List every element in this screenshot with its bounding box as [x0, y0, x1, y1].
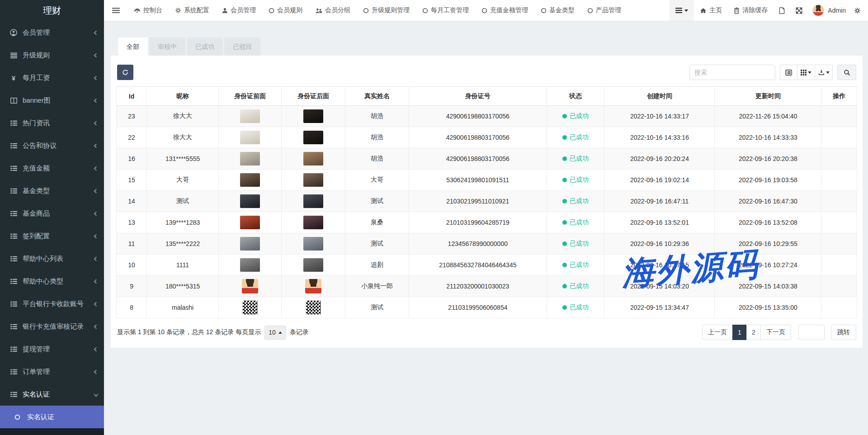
- tab-2[interactable]: 已成功: [187, 38, 223, 56]
- toggle-view-button[interactable]: [780, 65, 797, 80]
- tab-3[interactable]: 已驳回: [224, 38, 260, 56]
- list-icon: [9, 233, 18, 239]
- top-menu-item[interactable]: 系统配置: [169, 0, 216, 21]
- search-input[interactable]: [689, 65, 775, 80]
- sidebar-item-label: 银行卡充值审核记录: [23, 322, 94, 331]
- status-dot-icon: [562, 156, 567, 161]
- sidebar-item[interactable]: 签到配置: [0, 225, 104, 247]
- table-row: 9180****5315小泉纯一郎211203200001030023已成功20…: [117, 276, 857, 297]
- cell-nickname: 131****5555: [147, 148, 219, 170]
- list-icon: [9, 120, 18, 126]
- sidebar-item[interactable]: 银行卡充值审核记录: [0, 315, 104, 338]
- page-jump-input[interactable]: [798, 325, 825, 340]
- cell-actions: [821, 106, 857, 127]
- cell-status: 已成功: [547, 148, 604, 170]
- id-front-image[interactable]: [240, 109, 260, 123]
- cell-id: 10: [117, 255, 147, 276]
- export-dropdown-button[interactable]: [815, 65, 833, 80]
- sidebar-item[interactable]: 会员管理: [0, 21, 104, 44]
- id-front-image[interactable]: [242, 279, 258, 293]
- sidebar-submenu: 实名认证: [0, 406, 104, 435]
- id-front-image[interactable]: [240, 258, 260, 272]
- cell-actions: [821, 276, 857, 297]
- circle-icon: [541, 8, 547, 14]
- dashboard-icon: [134, 8, 141, 14]
- sidebar-item-label: 帮助中心类型: [23, 277, 94, 286]
- top-menu-item[interactable]: 会员分组: [309, 0, 357, 21]
- cell-status: 已成功: [547, 276, 604, 297]
- top-menu-item[interactable]: 每月工资管理: [416, 0, 475, 21]
- table-row: 8malashi测试21103199506060854已成功2022-09-15…: [117, 297, 857, 318]
- cell-id-number: 21103199506060854: [409, 297, 547, 318]
- menu-dropdown-button[interactable]: [670, 0, 694, 21]
- sidebar-item[interactable]: banner图: [0, 89, 104, 112]
- prev-page-button[interactable]: 上一页: [702, 325, 733, 340]
- sidebar-item[interactable]: 充值金额: [0, 157, 104, 180]
- gears-icon: [854, 7, 861, 14]
- home-link[interactable]: 主页: [694, 0, 728, 21]
- id-front-image[interactable]: [240, 152, 260, 165]
- table-row: 13139****1283泉桑210103199604285719已成功2022…: [117, 212, 857, 233]
- cell-real-name: 追剧: [345, 255, 409, 276]
- id-back-image[interactable]: [303, 131, 323, 144]
- sidebar-item[interactable]: 订单管理: [0, 360, 104, 383]
- id-back-image[interactable]: [306, 300, 321, 315]
- sidebar-item[interactable]: 帮助中心类型: [0, 270, 104, 293]
- status-dot-icon: [562, 199, 567, 203]
- cell-id: 15: [117, 170, 147, 191]
- top-menu-item[interactable]: 产品管理: [581, 0, 627, 21]
- id-front-image[interactable]: [240, 131, 260, 144]
- sidebar-item[interactable]: 帮助中心列表: [0, 247, 104, 270]
- id-front-image[interactable]: [240, 194, 260, 208]
- top-menu-item[interactable]: 会员管理: [216, 0, 262, 21]
- list-icon: [9, 369, 18, 375]
- page-number-button[interactable]: 2: [746, 325, 761, 340]
- refresh-button[interactable]: [117, 65, 133, 80]
- page-number-button[interactable]: 1: [732, 325, 747, 340]
- id-back-image[interactable]: [303, 173, 323, 187]
- top-menu-item[interactable]: 基金类型: [534, 0, 581, 21]
- page-size-select[interactable]: 10: [264, 326, 286, 340]
- sidebar-item[interactable]: 基金商品: [0, 202, 104, 225]
- status-dot-icon: [562, 220, 567, 225]
- next-page-button[interactable]: 下一页: [760, 325, 791, 340]
- id-back-image[interactable]: [303, 237, 323, 251]
- top-menu-item[interactable]: 会员规则: [262, 0, 309, 21]
- settings-button[interactable]: [850, 0, 868, 21]
- clear-cache-link[interactable]: 清除缓存: [728, 0, 774, 21]
- sidebar-item[interactable]: 提现管理: [0, 338, 104, 360]
- id-back-image[interactable]: [303, 152, 323, 165]
- fullscreen-button[interactable]: [790, 0, 808, 21]
- id-back-image[interactable]: [303, 216, 323, 229]
- jump-button[interactable]: 跳转: [831, 325, 856, 340]
- id-back-image[interactable]: [305, 279, 321, 293]
- sidebar-item[interactable]: 热门资讯: [0, 112, 104, 134]
- id-front-image[interactable]: [240, 216, 260, 229]
- sidebar-item[interactable]: 公告和协议: [0, 134, 104, 157]
- user-menu[interactable]: Admin: [808, 0, 850, 21]
- sidebar-toggle-button[interactable]: [104, 0, 127, 21]
- sidebar-item-label: 基金类型: [23, 187, 94, 195]
- refresh-page-button[interactable]: [774, 0, 790, 21]
- id-front-image[interactable]: [242, 300, 258, 315]
- chevron-left-icon: [94, 324, 99, 329]
- sidebar-item[interactable]: ¥每月工资: [0, 66, 104, 89]
- sidebar-item[interactable]: 实名认证: [0, 383, 104, 406]
- id-back-image[interactable]: [303, 194, 323, 208]
- sidebar-item[interactable]: 平台银行卡收款账号: [0, 293, 104, 315]
- id-front-image[interactable]: [240, 173, 260, 187]
- top-menu-item[interactable]: 升级规则管理: [357, 0, 416, 21]
- sidebar-item[interactable]: 基金类型: [0, 180, 104, 202]
- sidebar-subitem[interactable]: 实名认证: [0, 406, 104, 428]
- id-back-image[interactable]: [303, 258, 323, 272]
- id-back-image[interactable]: [303, 109, 323, 123]
- sidebar-item[interactable]: 升级规则: [0, 44, 104, 66]
- tab-0[interactable]: 全部: [118, 38, 148, 56]
- top-menu-item[interactable]: 控制台: [127, 0, 169, 21]
- search-button[interactable]: [837, 65, 856, 80]
- id-front-image[interactable]: [240, 237, 260, 251]
- cell-nickname: 180****5315: [147, 276, 219, 297]
- columns-dropdown-button[interactable]: [797, 65, 815, 80]
- tab-1[interactable]: 审核中: [149, 38, 185, 56]
- top-menu-item[interactable]: 充值金额管理: [475, 0, 534, 21]
